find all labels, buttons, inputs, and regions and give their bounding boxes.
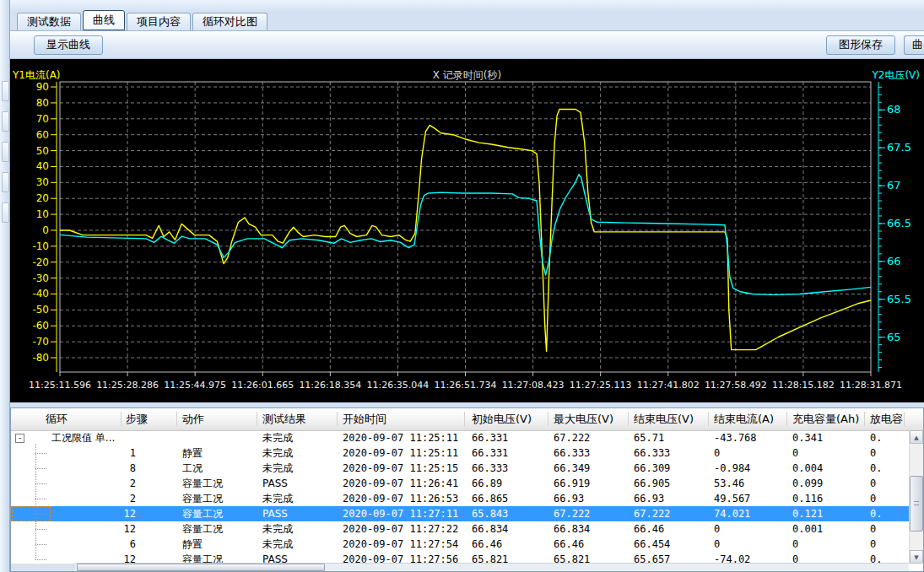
y2-tick-label: 66.5 [887,217,911,229]
y1-tick-label: 80 [36,97,49,109]
show-curve-button[interactable]: 显示曲线 [34,35,103,55]
collapsed-side-panel-strip[interactable] [0,0,10,572]
cell-result: PASS [262,476,288,491]
header-separator [864,412,865,426]
x-tick-label: 11:27:58.492 [705,380,767,391]
cell-vend: 66.454 [634,537,670,552]
cell-dis: 0 [870,537,876,552]
cell-vend: 66.333 [634,445,670,461]
cell-start: 2020-09-07 11:27:22 [343,521,458,537]
y1-tick-label: 30 [36,176,49,188]
y1-tick-label: -60 [32,320,49,332]
cell-chg: 0.099 [792,476,823,491]
y1-tick-label: -70 [32,336,49,348]
column-header[interactable]: 结束电压(V) [634,408,694,429]
table-row[interactable]: 12容量工况PASS2020-09-07 11:27:1165.84367.22… [11,506,910,521]
app-window: 测试数据曲线项目内容循环对比图 显示曲线 图形保存 曲 Y1电流(A) X 记录… [10,0,924,572]
cell-start: 2020-09-07 11:25:11 [343,445,458,461]
horizontal-scrollbar-thumb[interactable] [77,564,325,571]
cell-step: 1 [95,445,136,461]
y2-tick-label: 67.5 [887,141,911,154]
cell-result: 未完成 [262,461,293,476]
cell-chg: 0.004 [792,461,823,476]
y1-tick-label: 70 [36,113,49,125]
cell-v0: 66.865 [472,491,508,506]
table-row[interactable]: 8工况未完成2020-09-07 11:25:1566.33366.34966.… [11,461,910,476]
tab-cycle-compare[interactable]: 循环对比图 [192,13,267,30]
cell-result: 未完成 [262,537,293,552]
curve-settings-button-partial[interactable]: 曲 [904,35,924,55]
toolbar: 显示曲线 图形保存 曲 [10,30,924,59]
cell-action: 容量工况 [182,506,223,521]
cell-result: PASS [262,506,288,521]
x-tick-label: 11:27:25.113 [570,380,632,391]
tab-project-content[interactable]: 项目内容 [127,13,191,30]
tab-test-data[interactable]: 测试数据 [17,13,81,30]
table-row[interactable]: 2容量工况未完成2020-09-07 11:26:5366.86566.9366… [11,491,910,506]
cell-dis: 0. [870,430,882,445]
y1-tick-label: -30 [32,273,49,284]
table-row[interactable]: 2容量工况PASS2020-09-07 11:26:4166.8966.9196… [11,476,910,491]
tree-collapse-icon[interactable]: - [15,434,24,443]
splitter-grip[interactable] [2,202,9,223]
column-header[interactable]: 初始电压(V) [472,408,532,429]
tab-curve[interactable]: 曲线 [83,10,125,30]
cell-dis: 0 [870,521,876,537]
cell-step: 12 [95,506,136,521]
column-header[interactable]: 测试结果 [262,408,306,429]
column-header[interactable]: 充电容量(Ah) [792,408,859,429]
splitter-grip[interactable] [2,111,9,132]
cell-step: 6 [95,537,136,552]
header-separator [337,412,338,426]
save-graphic-button[interactable]: 图形保存 [826,35,895,55]
column-header[interactable]: 步骤 [126,408,148,429]
results-table: 循环步骤动作测试结果开始时间初始电压(V)最大电压(V)结束电压(V)结束电流(… [10,407,924,572]
chart-plot[interactable]: 9080706050403020100-10-20-30-40-50-60-70… [10,59,924,402]
column-header[interactable]: 结束电流(A) [714,408,774,429]
cell-start: 2020-09-07 11:26:41 [343,476,458,491]
tree-branch-line [35,514,46,515]
column-header[interactable]: 开始时间 [343,408,386,429]
cell-iend: -0.984 [714,461,750,476]
scroll-down-icon[interactable]: ▼ [910,550,923,564]
y2-tick-label: 68 [887,103,901,116]
tree-branch-line [35,483,46,484]
x-tick-label: 11:26:51.734 [435,380,497,391]
cell-dis: 0. [870,506,882,521]
vertical-scrollbar[interactable]: ▲ ▼ [909,430,923,564]
horizontal-scrollbar[interactable] [75,563,909,571]
cell-result: 未完成 [262,445,293,461]
cell-result: 未完成 [262,491,293,506]
splitter-grip[interactable] [2,172,9,192]
cell-iend: -43.768 [714,430,757,445]
tree-branch-line [35,453,46,454]
table-row[interactable]: 12容量工况未完成2020-09-07 11:27:2266.83466.834… [11,521,910,537]
column-header[interactable]: 循环 [46,408,68,429]
y1-tick-label: 40 [36,160,49,172]
column-header[interactable]: 放电容 [870,408,903,429]
table-row[interactable]: 工况限值 单...未完成2020-09-07 11:25:1166.33167.… [11,430,910,445]
header-separator [121,412,122,426]
splitter-grip[interactable] [2,142,9,162]
voltage-series-line [60,175,871,295]
cell-start: 2020-09-07 11:27:11 [343,506,458,521]
cell-step: 2 [95,491,136,506]
table-row[interactable]: 1静置未完成2020-09-07 11:25:1166.33166.33366.… [11,445,910,461]
header-separator [904,412,905,426]
table-body: 工况限值 单...未完成2020-09-07 11:25:1166.33167.… [11,430,910,565]
column-header[interactable]: 最大电压(V) [554,408,613,429]
x-tick-label: 11:27:41.802 [637,380,700,391]
header-separator [628,412,629,426]
y2-tick-label: 67 [887,179,901,192]
column-header[interactable]: 动作 [182,408,204,429]
cell-action: 工况 [182,461,203,476]
splitter-grip[interactable] [2,81,9,101]
x-tick-label: 11:27:08.423 [502,380,565,391]
table-row[interactable]: 6静置未完成2020-09-07 11:27:5466.4666.4666.45… [11,537,910,552]
x-tick-label: 11:25:11.596 [29,380,91,391]
cell-vmax: 66.46 [554,537,584,552]
cell-start: 2020-09-07 11:25:15 [343,461,458,476]
x-tick-label: 11:26:01.665 [231,380,294,391]
vertical-scrollbar-thumb[interactable] [910,476,923,532]
scroll-up-icon[interactable]: ▲ [910,430,923,444]
